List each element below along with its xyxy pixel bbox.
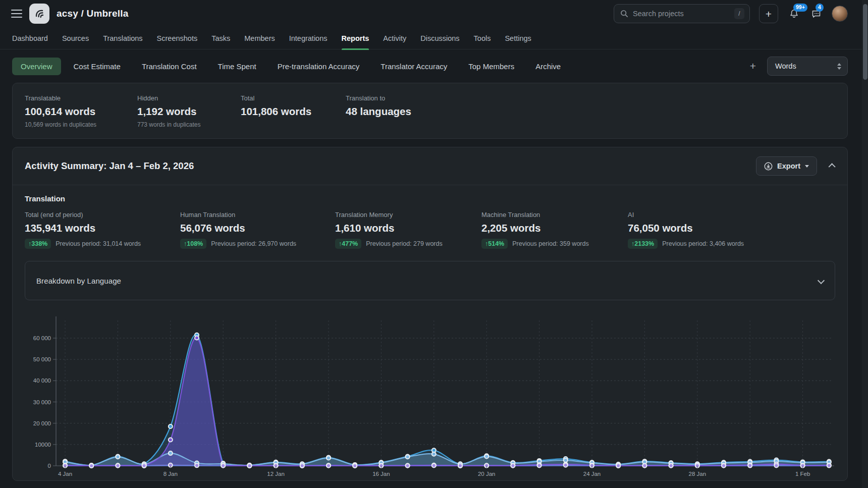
nav-tab-discussions[interactable]: Discussions — [420, 27, 459, 49]
stat-note: 773 words in duplicates — [137, 121, 241, 128]
subnav-tab-archive[interactable]: Archive — [527, 58, 569, 75]
page-scrollbar[interactable] — [862, 0, 868, 488]
activity-title: Activity Summary: Jan 4 – Feb 2, 2026 — [25, 160, 194, 172]
activity-chart-svg[interactable]: 01000020 00030 00040 00050 00060 0004 Ja… — [25, 305, 836, 481]
svg-text:40 000: 40 000 — [33, 377, 51, 384]
messages-button[interactable]: 4 — [809, 7, 823, 20]
project-title: acsy / Umbrella — [57, 8, 128, 19]
trend-badge: ↑477% — [335, 239, 361, 249]
svg-text:60 000: 60 000 — [33, 335, 51, 341]
breakdown-label: Breakdown by Language — [36, 277, 121, 285]
search-icon — [620, 10, 628, 18]
trend-badge: ↑2133% — [628, 239, 658, 249]
metric-value: 135,941 words — [25, 222, 180, 234]
logo-glyph — [33, 7, 46, 20]
subnav-tab-translator-accuracy[interactable]: Translator Accuracy — [372, 58, 456, 75]
nav-tab-dashboard[interactable]: Dashboard — [12, 27, 48, 49]
breakdown-by-language-toggle[interactable]: Breakdown by Language — [25, 261, 835, 300]
collapse-section-icon[interactable] — [829, 163, 836, 170]
svg-text:1 Feb: 1 Feb — [795, 471, 810, 477]
metric-label: AI — [628, 211, 744, 219]
trend-badge: ↑108% — [180, 239, 206, 249]
trend-badge: ↑514% — [481, 239, 508, 249]
nav-tab-sources[interactable]: Sources — [62, 27, 89, 49]
svg-text:16 Jan: 16 Jan — [372, 471, 390, 477]
stat-total: Total 101,806 words — [241, 94, 346, 128]
stat-translatable: Translatable 100,614 words 10,569 words … — [25, 94, 137, 128]
svg-text:4 Jan: 4 Jan — [58, 471, 72, 477]
nav-tab-translations[interactable]: Translations — [103, 27, 142, 49]
previous-period: Previous period: 359 words — [512, 240, 588, 247]
previous-period: Previous period: 3,406 words — [662, 240, 744, 247]
svg-text:24 Jan: 24 Jan — [583, 471, 601, 477]
export-button[interactable]: Export — [756, 156, 817, 176]
metric-value: 1,610 words — [335, 222, 481, 234]
stat-translation-to: Translation to 48 languages — [346, 94, 411, 128]
svg-text:28 Jan: 28 Jan — [689, 471, 707, 477]
notifications-button[interactable]: 99+ — [787, 7, 800, 20]
svg-text:0: 0 — [48, 463, 51, 469]
search-box[interactable]: / — [614, 4, 750, 23]
metric-human-translation: Human Translation 56,076 words ↑108% Pre… — [180, 211, 335, 249]
nav-tab-members[interactable]: Members — [244, 27, 275, 49]
notifications-count-badge: 99+ — [793, 4, 807, 12]
activity-summary-card: Activity Summary: Jan 4 – Feb 2, 2026 Ex… — [12, 147, 848, 481]
nav-tab-screenshots[interactable]: Screenshots — [157, 27, 198, 49]
user-avatar[interactable] — [832, 6, 848, 22]
subnav-tab-overview[interactable]: Overview — [12, 58, 61, 75]
metric-translation-memory: Translation Memory 1,610 words ↑477% Pre… — [335, 211, 481, 249]
select-updown-icon — [837, 63, 841, 70]
nav-tab-tools[interactable]: Tools — [474, 27, 491, 49]
scrollbar-thumb[interactable] — [863, 4, 867, 80]
messages-count-badge: 4 — [816, 4, 824, 12]
nav-tab-integrations[interactable]: Integrations — [289, 27, 328, 49]
translation-metrics: Total (end of period) 135,941 words ↑338… — [25, 211, 835, 249]
svg-text:50 000: 50 000 — [33, 356, 51, 362]
subnav-tab-cost-estimate[interactable]: Cost Estimate — [65, 58, 129, 75]
caret-down-icon — [805, 165, 809, 168]
chevron-down-icon — [818, 277, 825, 284]
hamburger-menu-icon[interactable] — [11, 10, 22, 18]
translation-section-title: Translation — [25, 194, 835, 203]
nav-tab-reports[interactable]: Reports — [342, 27, 369, 49]
subnav-tab-time-spent[interactable]: Time Spent — [209, 58, 265, 75]
metric-label: Human Translation — [180, 211, 335, 219]
svg-text:8 Jan: 8 Jan — [164, 471, 178, 477]
activity-chart[interactable]: 01000020 00030 00040 00050 00060 0004 Ja… — [25, 305, 835, 481]
stat-hidden: Hidden 1,192 words 773 words in duplicat… — [137, 94, 241, 128]
stat-label: Translatable — [25, 94, 137, 102]
stat-value: 48 languages — [346, 105, 411, 118]
search-input[interactable] — [633, 10, 730, 18]
unit-select-value: Words — [775, 62, 796, 70]
topbar: acsy / Umbrella / + 99+ 4 — [0, 0, 868, 27]
add-report-button[interactable]: + — [743, 60, 763, 72]
metric-value: 56,076 words — [180, 222, 335, 234]
svg-text:20 000: 20 000 — [33, 420, 51, 426]
nav-tab-settings[interactable]: Settings — [505, 27, 531, 49]
metric-label: Total (end of period) — [25, 211, 180, 219]
unit-select[interactable]: Words — [767, 57, 848, 76]
export-label: Export — [777, 162, 800, 170]
metric-label: Translation Memory — [335, 211, 481, 219]
metric-machine-translation: Machine Translation 2,205 words ↑514% Pr… — [481, 211, 628, 249]
previous-period: Previous period: 26,970 words — [211, 240, 296, 247]
search-shortcut-hint: / — [734, 8, 744, 19]
main-nav: Dashboard Sources Translations Screensho… — [0, 27, 868, 49]
subnav-tab-translation-cost[interactable]: Translation Cost — [133, 58, 205, 75]
svg-text:30 000: 30 000 — [33, 399, 51, 405]
subnav-tab-top-members[interactable]: Top Members — [460, 58, 523, 75]
app-logo[interactable] — [29, 4, 49, 24]
stat-label: Hidden — [137, 94, 241, 102]
metric-label: Machine Translation — [481, 211, 628, 219]
stat-label: Total — [241, 94, 346, 102]
word-stats-card: Translatable 100,614 words 10,569 words … — [12, 83, 848, 139]
reports-subnav: Overview Cost Estimate Translation Cost … — [0, 49, 868, 83]
metric-value: 2,205 words — [481, 222, 628, 234]
stat-value: 1,192 words — [137, 105, 241, 118]
metric-value: 76,050 words — [628, 222, 744, 234]
subnav-tab-pretranslation-accuracy[interactable]: Pre-translation Accuracy — [269, 58, 368, 75]
create-project-button[interactable]: + — [759, 4, 778, 23]
previous-period: Previous period: 279 words — [366, 240, 442, 247]
nav-tab-activity[interactable]: Activity — [383, 27, 406, 49]
nav-tab-tasks[interactable]: Tasks — [211, 27, 230, 49]
